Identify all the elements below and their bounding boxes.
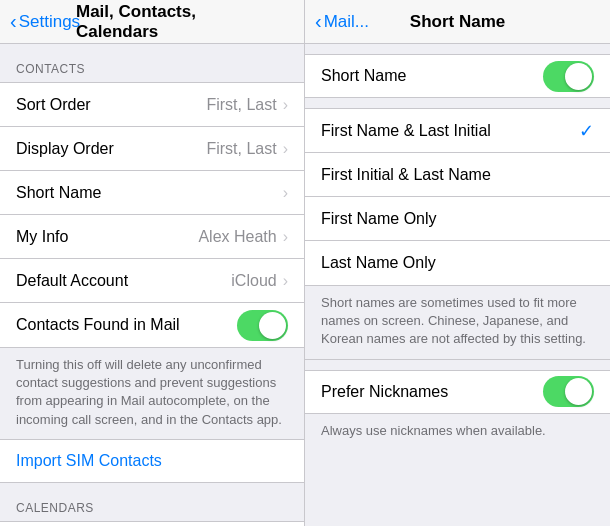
option-first-last-initial-label: First Name & Last Initial — [321, 122, 579, 140]
right-back-label: Mail... — [324, 12, 369, 32]
short-name-toggle-row[interactable]: Short Name — [305, 54, 610, 98]
default-account-value: iCloud — [231, 272, 276, 290]
prefer-nicknames-label: Prefer Nicknames — [321, 383, 543, 401]
my-info-chevron-icon: › — [283, 228, 288, 246]
contacts-found-label: Contacts Found in Mail — [16, 316, 237, 334]
left-panel: ‹ Settings Mail, Contacts, Calendars CON… — [0, 0, 305, 526]
contacts-found-row[interactable]: Contacts Found in Mail — [0, 303, 304, 347]
contacts-section-header: CONTACTS — [0, 44, 304, 82]
prefer-nicknames-toggle[interactable] — [543, 376, 594, 407]
option-first-only-label: First Name Only — [321, 210, 594, 228]
default-account-row[interactable]: Default Account iCloud › — [0, 259, 304, 303]
left-nav-bar: ‹ Settings Mail, Contacts, Calendars — [0, 0, 304, 44]
import-sim-button[interactable]: Import SIM Contacts — [0, 439, 304, 483]
short-name-chevron-icon: › — [283, 184, 288, 202]
calendars-table-group: Time Zone Override Off › Alternate Calen… — [0, 521, 304, 526]
prefer-nicknames-row[interactable]: Prefer Nicknames — [305, 370, 610, 414]
contacts-table-group: Sort Order First, Last › Display Order F… — [0, 82, 304, 348]
display-order-row[interactable]: Display Order First, Last › — [0, 127, 304, 171]
left-nav-title: Mail, Contacts, Calendars — [76, 2, 228, 42]
contacts-found-toggle[interactable] — [237, 310, 288, 341]
right-back-chevron-icon: ‹ — [315, 10, 322, 33]
option-first-initial-last-label: First Initial & Last Name — [321, 166, 594, 184]
short-name-toggle-thumb — [565, 63, 592, 90]
timezone-row[interactable]: Time Zone Override Off › — [0, 522, 304, 526]
display-order-chevron-icon: › — [283, 140, 288, 158]
sort-order-label: Sort Order — [16, 96, 206, 114]
my-info-row[interactable]: My Info Alex Heath › — [0, 215, 304, 259]
calendars-section-header: CALENDARS — [0, 483, 304, 521]
default-account-label: Default Account — [16, 272, 231, 290]
checkmark-icon: ✓ — [579, 120, 594, 142]
back-chevron-icon: ‹ — [10, 10, 17, 33]
prefer-note: Always use nicknames when available. — [305, 414, 610, 450]
default-account-chevron-icon: › — [283, 272, 288, 290]
toggle-thumb — [259, 312, 286, 339]
mail-back-button[interactable]: ‹ Mail... — [315, 10, 369, 33]
my-info-label: My Info — [16, 228, 198, 246]
right-nav-title: Short Name — [410, 12, 505, 32]
option-last-only-label: Last Name Only — [321, 254, 594, 272]
display-order-label: Display Order — [16, 140, 206, 158]
option-first-last-initial[interactable]: First Name & Last Initial ✓ — [305, 109, 610, 153]
my-info-value: Alex Heath — [198, 228, 276, 246]
option-first-initial-last[interactable]: First Initial & Last Name — [305, 153, 610, 197]
short-name-info-text: Short names are sometimes used to fit mo… — [305, 286, 610, 360]
sort-order-value: First, Last — [206, 96, 276, 114]
short-name-row[interactable]: Short Name › — [0, 171, 304, 215]
sort-order-chevron-icon: › — [283, 96, 288, 114]
short-name-toggle[interactable] — [543, 61, 594, 92]
contacts-note: Turning this off will delete any unconfi… — [0, 348, 304, 439]
option-last-only[interactable]: Last Name Only — [305, 241, 610, 285]
short-name-label: Short Name — [16, 184, 283, 202]
settings-back-button[interactable]: ‹ Settings — [10, 10, 80, 33]
short-name-toggle-label: Short Name — [321, 67, 543, 85]
option-first-only[interactable]: First Name Only — [305, 197, 610, 241]
right-nav-bar: ‹ Mail... Short Name — [305, 0, 610, 44]
short-name-options-group: First Name & Last Initial ✓ First Initia… — [305, 108, 610, 286]
prefer-nicknames-toggle-thumb — [565, 378, 592, 405]
back-label: Settings — [19, 12, 80, 32]
right-panel: ‹ Mail... Short Name Short Name First Na… — [305, 0, 610, 526]
sort-order-row[interactable]: Sort Order First, Last › — [0, 83, 304, 127]
display-order-value: First, Last — [206, 140, 276, 158]
